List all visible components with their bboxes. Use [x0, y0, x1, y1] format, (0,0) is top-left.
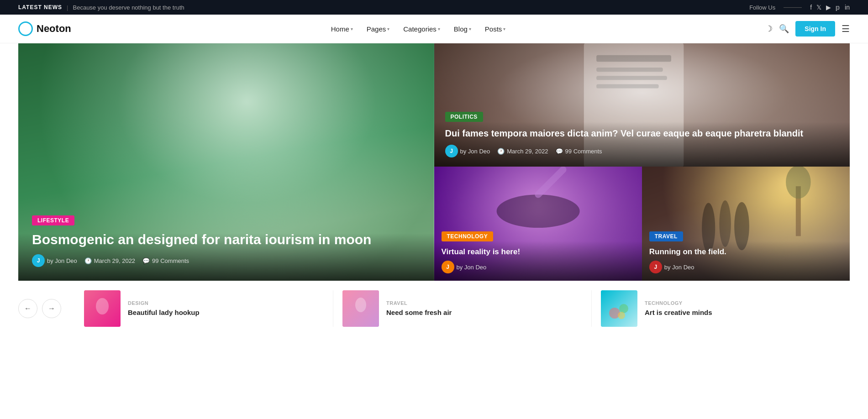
- comment-icon: 💬: [556, 148, 563, 155]
- author-name: by Jon Deo: [47, 257, 77, 264]
- logo-text: Neoton: [37, 23, 71, 35]
- top-bar-right: Follow Us f 𝕏 ▶ 𝕡 in: [749, 4, 850, 11]
- svg-point-17: [96, 298, 109, 314]
- header: Neoton Home ▾ Pages ▾ Categories ▾ Blog …: [0, 15, 868, 43]
- nav-blog-label: Blog: [454, 25, 468, 33]
- author-avatar: J: [649, 261, 662, 273]
- svg-rect-3: [596, 55, 671, 62]
- travel-card[interactable]: TRAVEL Running on the field. J by Jon De…: [642, 167, 850, 281]
- pinterest-icon[interactable]: 𝕡: [836, 4, 840, 11]
- chevron-down-icon: ▾: [469, 26, 471, 31]
- tech-overlay: TECHNOLOGY Virtual reality is here! J by…: [434, 224, 642, 281]
- svg-point-19: [355, 298, 366, 312]
- tech-title-bottom: Art is creative minds: [645, 308, 712, 317]
- author-avatar: J: [442, 261, 454, 273]
- politics-tag: POLITICS: [445, 112, 483, 122]
- nav-pages-label: Pages: [367, 25, 386, 33]
- comments-count: 99 Comments: [565, 148, 602, 155]
- social-icons: f 𝕏 ▶ 𝕡 in: [810, 4, 850, 11]
- svg-point-15: [786, 167, 811, 199]
- svg-rect-6: [596, 84, 659, 88]
- youtube-icon[interactable]: ▶: [826, 4, 831, 11]
- top-bar: LATEST NEWS | Because you deserve nothin…: [0, 0, 868, 15]
- technology-tag: TECHNOLOGY: [442, 231, 494, 241]
- bottom-strip: ← → DESIGN Beautiful la: [18, 281, 850, 336]
- chevron-down-icon: ▾: [438, 26, 440, 31]
- comments-item: 💬 99 Comments: [556, 148, 602, 155]
- tech-meta: J by Jon Deo: [442, 261, 635, 273]
- linkedin-icon[interactable]: in: [845, 4, 850, 11]
- author-name: by Jon Deo: [664, 264, 694, 271]
- design-category: DESIGN: [128, 300, 200, 306]
- svg-rect-4: [596, 68, 663, 72]
- travel-tag: TRAVEL: [649, 231, 683, 241]
- search-icon[interactable]: 🔍: [779, 24, 789, 34]
- travel-overlay: TRAVEL Running on the field. J by Jon De…: [642, 224, 850, 281]
- nav-item-pages[interactable]: Pages ▾: [361, 21, 395, 37]
- bottom-card-text: TRAVEL Need some fresh air: [386, 300, 452, 317]
- nav-item-posts[interactable]: Posts ▾: [479, 21, 511, 37]
- tagline: Because you deserve nothing but the trut…: [73, 4, 184, 11]
- prev-arrow-button[interactable]: ←: [18, 299, 37, 318]
- author-item: J by Jon Deo: [649, 261, 694, 273]
- hero-grid: LIFESTYLE Bosmogenic an designed for nar…: [18, 43, 850, 281]
- top-right-overlay: POLITICS Dui fames tempora maiores dicta…: [434, 103, 850, 167]
- author-avatar: J: [32, 254, 45, 267]
- hero-big-card[interactable]: LIFESTYLE Bosmogenic an designed for nar…: [18, 43, 434, 281]
- twitter-icon[interactable]: 𝕏: [816, 4, 821, 11]
- nav-home-label: Home: [331, 25, 349, 33]
- post-date: March 29, 2022: [94, 257, 135, 264]
- hero-top-right-card[interactable]: POLITICS Dui fames tempora maiores dicta…: [434, 43, 850, 167]
- chevron-down-icon: ▾: [503, 26, 505, 31]
- author-avatar: J: [445, 145, 458, 157]
- main-content: LIFESTYLE Bosmogenic an designed for nar…: [0, 43, 868, 336]
- sign-in-button[interactable]: Sign In: [795, 21, 835, 37]
- post-date: March 29, 2022: [507, 148, 548, 155]
- author-name: by Jon Deo: [457, 264, 487, 271]
- hero-big-title: Bosmogenic an designed for narita iouris…: [32, 231, 421, 248]
- bottom-card-text: TECHNOLOGY Art is creative minds: [645, 300, 712, 317]
- svg-point-8: [496, 194, 579, 228]
- date-item: 🕐 March 29, 2022: [84, 257, 135, 264]
- logo[interactable]: Neoton: [18, 21, 71, 36]
- design-title: Beautiful lady hookup: [128, 308, 200, 317]
- tech-card[interactable]: TECHNOLOGY Virtual reality is here! J by…: [434, 167, 642, 281]
- nav-item-home[interactable]: Home ▾: [326, 21, 358, 37]
- author-item: J by Jon Deo: [442, 261, 487, 273]
- tech-category: TECHNOLOGY: [645, 300, 712, 306]
- facebook-icon[interactable]: f: [810, 4, 812, 11]
- lifestyle-tag: LIFESTYLE: [32, 215, 74, 225]
- next-arrow-button[interactable]: →: [42, 299, 61, 318]
- travel-title-bottom: Need some fresh air: [386, 308, 452, 317]
- hero-right-column: POLITICS Dui fames tempora maiores dicta…: [434, 43, 850, 281]
- date-item: 🕐 March 29, 2022: [497, 148, 548, 155]
- bottom-card-design[interactable]: DESIGN Beautiful lady hookup: [75, 290, 333, 327]
- nav-posts-label: Posts: [485, 25, 502, 33]
- svg-point-23: [618, 312, 625, 319]
- bottom-card-tech[interactable]: TECHNOLOGY Art is creative minds: [592, 290, 850, 327]
- nav-categories-label: Categories: [403, 25, 437, 33]
- nav-item-categories[interactable]: Categories ▾: [398, 21, 446, 37]
- follow-us-label: Follow Us: [749, 4, 775, 11]
- hero-big-meta: J by Jon Deo 🕐 March 29, 2022 💬 99 Comme…: [32, 254, 421, 267]
- tech-thumb-image: [601, 290, 637, 327]
- latest-news-label: LATEST NEWS: [18, 4, 62, 10]
- moon-icon[interactable]: ☽: [765, 24, 773, 34]
- top-bar-left: LATEST NEWS | Because you deserve nothin…: [18, 4, 184, 11]
- bottom-card-travel[interactable]: TRAVEL Need some fresh air: [333, 290, 592, 327]
- author-item: J by Jon Deo: [32, 254, 77, 267]
- design-thumb-image: [84, 290, 121, 327]
- comments-item: 💬 99 Comments: [142, 257, 189, 264]
- hamburger-menu-icon[interactable]: ☰: [842, 23, 850, 34]
- bottom-card-text: DESIGN Beautiful lady hookup: [128, 300, 200, 317]
- chevron-down-icon: ▾: [351, 26, 353, 31]
- svg-point-22: [619, 304, 628, 313]
- clock-icon: 🕐: [497, 148, 505, 155]
- top-right-title: Dui fames tempora maiores dicta anim? Ve…: [445, 127, 839, 139]
- hero-bottom-right: TECHNOLOGY Virtual reality is here! J by…: [434, 167, 850, 281]
- nav-item-blog[interactable]: Blog ▾: [448, 21, 477, 37]
- author-name: by Jon Deo: [460, 148, 490, 155]
- clock-icon: 🕐: [84, 257, 92, 264]
- main-nav: Home ▾ Pages ▾ Categories ▾ Blog ▾ Posts…: [326, 21, 511, 37]
- chevron-down-icon: ▾: [387, 26, 389, 31]
